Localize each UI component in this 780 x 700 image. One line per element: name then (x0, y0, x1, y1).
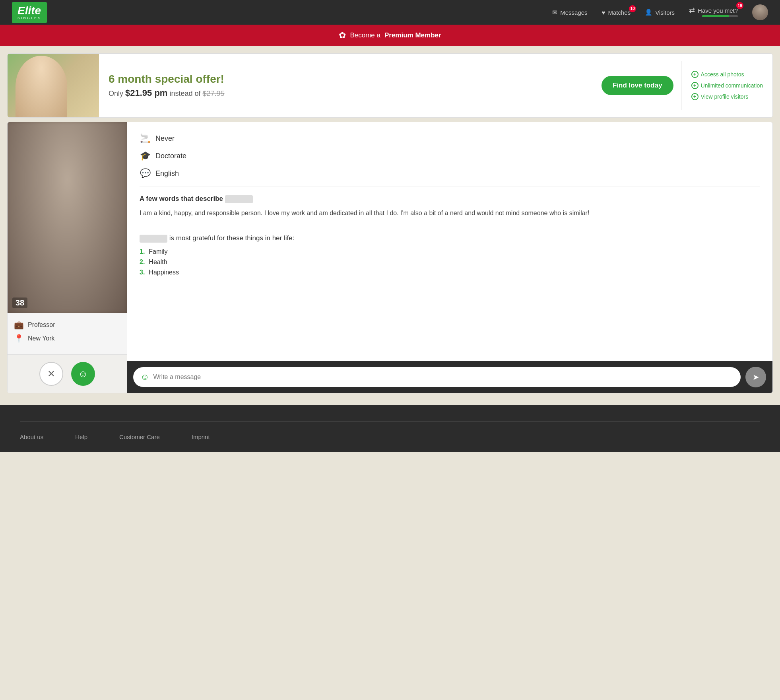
education-detail: 🎓 Doctorate (140, 151, 760, 161)
redacted-name-1 (225, 195, 253, 203)
smiley-icon: ☺ (140, 372, 149, 382)
have-you-met-label: Have you met? (698, 7, 738, 14)
logo[interactable]: Elite SINGLES (12, 2, 47, 23)
footer-imprint[interactable]: Imprint (192, 434, 210, 440)
profile-details: 🚬 Never 🎓 Doctorate 💬 English A few word… (127, 122, 772, 361)
offer-price-old: $27.95 (203, 89, 225, 97)
nav-have-you-met[interactable]: ⇄ Have you met? 19 (689, 6, 738, 19)
language-detail: 💬 English (140, 168, 760, 179)
visitors-label: Visitors (655, 9, 675, 16)
find-love-button[interactable]: Find love today (601, 76, 673, 95)
profile-right: 🚬 Never 🎓 Doctorate 💬 English A few word… (127, 122, 772, 393)
offer-banner: 6 month special offer! Only $21.95 pm in… (7, 53, 773, 118)
feature-photos: + Access all photos (691, 69, 763, 80)
location-label: New York (28, 335, 55, 342)
smoking-detail: 🚬 Never (140, 133, 760, 144)
grateful-item-1: 1. Family (140, 248, 760, 255)
smoking-icon: 🚬 (140, 133, 151, 144)
education-icon: 🎓 (140, 151, 151, 161)
divider-1 (140, 187, 760, 187)
profile-occupation: 💼 Professor (14, 320, 120, 330)
offer-photo (8, 54, 99, 117)
offer-title: 6 month special offer! (109, 73, 584, 86)
plus-icon-3: + (691, 93, 699, 100)
heart-icon (602, 9, 605, 16)
message-input-wrap: ☺ (133, 367, 741, 387)
offer-price-prefix: Only (109, 89, 123, 97)
profile-photo-blur (8, 122, 127, 313)
have-you-met-badge: 19 (736, 2, 743, 9)
grateful-item-1-label: Family (149, 248, 167, 255)
matches-badge: 10 (629, 5, 636, 12)
footer-divider (20, 421, 760, 422)
divider-2 (140, 226, 760, 226)
profile-age: 38 (12, 298, 27, 308)
profile-location: 📍 New York (14, 334, 120, 343)
messages-label: Messages (560, 9, 587, 16)
envelope-icon (552, 9, 557, 16)
reject-button[interactable]: ✕ (39, 362, 63, 386)
nav-items: Messages Matches 10 Visitors ⇄ Have you … (552, 4, 768, 20)
grateful-label: is most grateful for these things in her… (169, 234, 295, 242)
progress-bar (702, 15, 738, 17)
grateful-item-2-label: Health (149, 259, 167, 266)
nav-matches[interactable]: Matches 10 (602, 9, 631, 16)
grateful-item-2: 2. Health (140, 259, 760, 266)
progress-bar-fill (702, 15, 729, 17)
grateful-list: 1. Family 2. Health 3. Happiness (140, 248, 760, 276)
footer-about[interactable]: About us (20, 434, 43, 440)
premium-prefix: Become a (350, 31, 380, 39)
redacted-name-2 (140, 235, 167, 243)
education-label: Doctorate (155, 152, 186, 160)
arrows-icon: ⇄ (689, 6, 695, 15)
footer-help[interactable]: Help (75, 434, 87, 440)
feature-visitors-label: View profile visitors (701, 91, 749, 102)
send-button[interactable]: ➤ (745, 367, 766, 387)
flower-icon: ✿ (339, 30, 346, 41)
offer-price-mid: instead of (169, 89, 200, 97)
feature-photos-label: Access all photos (701, 69, 744, 80)
feature-visitors: + View profile visitors (691, 91, 763, 102)
logo-sub: SINGLES (17, 16, 41, 20)
smoking-label: Never (155, 134, 175, 143)
logo-text: Elite (17, 5, 41, 16)
grateful-item-3-label: Happiness (149, 269, 179, 276)
offer-features: + Access all photos + Unlimited communic… (681, 61, 772, 110)
message-input[interactable] (153, 373, 733, 381)
profile-info: 💼 Professor 📍 New York (8, 313, 127, 354)
premium-banner[interactable]: ✿ Become a Premium Member (0, 25, 780, 46)
language-label: English (155, 169, 179, 178)
premium-highlight: Premium Member (384, 31, 441, 39)
profile-left: 38 💼 Professor 📍 New York ✕ ☺ (8, 122, 127, 393)
offer-price: Only $21.95 pm instead of $27.95 (109, 88, 584, 98)
bio-text: I am a kind, happy, and responsible pers… (140, 208, 760, 218)
footer-customer-care[interactable]: Customer Care (119, 434, 160, 440)
nav-messages[interactable]: Messages (552, 9, 587, 16)
grateful-title: is most grateful for these things in her… (140, 234, 760, 243)
avatar-image (752, 4, 768, 20)
like-button[interactable]: ☺ (71, 362, 95, 386)
feature-communication: + Unlimited communication (691, 80, 763, 91)
profile-section: 38 💼 Professor 📍 New York ✕ ☺ 🚬 Never 🎓 (7, 122, 773, 393)
briefcase-icon: 💼 (14, 320, 24, 330)
describe-label: A few words that describe (140, 195, 223, 202)
offer-text: 6 month special offer! Only $21.95 pm in… (99, 65, 594, 106)
message-bar: ☺ ➤ (127, 361, 772, 393)
grateful-item-3: 3. Happiness (140, 269, 760, 276)
top-nav: Elite SINGLES Messages Matches 10 Visito… (0, 0, 780, 25)
plus-icon-1: + (691, 71, 699, 78)
plus-icon-2: + (691, 82, 699, 89)
offer-photo-person (16, 56, 67, 117)
feature-communication-label: Unlimited communication (701, 80, 763, 91)
avatar[interactable] (752, 4, 768, 20)
person-icon (645, 9, 652, 16)
send-icon: ➤ (753, 372, 759, 382)
footer-links: About us Help Customer Care Imprint (20, 434, 760, 440)
offer-price-new: $21.95 pm (125, 88, 167, 98)
nav-visitors[interactable]: Visitors (645, 9, 675, 16)
describe-section-title: A few words that describe (140, 195, 760, 203)
matches-label: Matches (608, 9, 631, 16)
footer: About us Help Customer Care Imprint (0, 405, 780, 452)
profile-photo: 38 (8, 122, 127, 313)
language-icon: 💬 (140, 168, 151, 179)
